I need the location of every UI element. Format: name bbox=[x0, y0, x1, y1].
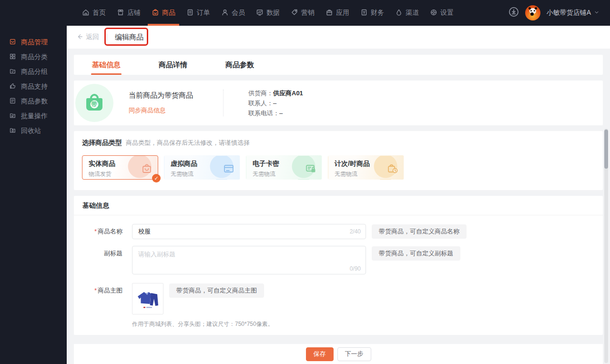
type-option-card-key[interactable]: 电子卡密 无需物流 bbox=[246, 155, 322, 180]
contact-row: 联系人：– bbox=[248, 98, 303, 108]
nav-item-product[interactable]: 商品 bbox=[151, 0, 176, 26]
sidebar-item-label: 回收站 bbox=[21, 127, 41, 135]
tab-product-detail[interactable]: 商品详情 bbox=[159, 55, 187, 75]
top-nav-items: 首页 店铺 商品 订单 会员 数据 营销 应用 bbox=[81, 0, 455, 26]
image-carry-goods-tag[interactable]: 带货商品，可自定义商品主图 bbox=[169, 283, 264, 298]
sidebar-item-goods-manage[interactable]: 商品管理 bbox=[0, 35, 67, 50]
tab-label: 基础信息 bbox=[92, 61, 121, 70]
member-icon bbox=[221, 9, 229, 18]
scrollbar-track[interactable] bbox=[604, 129, 608, 363]
carry-goods-title: 当前商品为带货商品 bbox=[129, 91, 223, 100]
sidebar-item-recycle[interactable]: 回收站 bbox=[0, 123, 67, 138]
marketing-icon bbox=[291, 9, 298, 18]
category-grid-icon bbox=[9, 53, 16, 61]
nav-item-apps[interactable]: 应用 bbox=[325, 0, 350, 26]
type-option-text: 电子卡密 无需物流 bbox=[253, 160, 279, 179]
goods-manage-icon bbox=[9, 38, 16, 47]
data-icon bbox=[256, 9, 264, 18]
nav-label: 财务 bbox=[371, 9, 384, 17]
subtitle-carry-goods-tag[interactable]: 带货商品，可自定义副标题 bbox=[372, 246, 460, 261]
main-image-field-wrap bbox=[132, 283, 163, 314]
next-step-button[interactable]: 下一步 bbox=[337, 347, 371, 361]
main-image-row: *商品主图 带货商品，可自定义商品主图 bbox=[74, 283, 603, 314]
bag-clock-icon bbox=[386, 162, 399, 177]
sync-product-link[interactable]: 同步商品信息 bbox=[129, 106, 166, 115]
type-section-title: 选择商品类型 bbox=[82, 139, 122, 147]
nav-item-channel[interactable]: 渠道 bbox=[394, 0, 420, 26]
sidebar: 商品管理 商品分类 商品分组 商品支持 商品参数 批量操作 回收站 bbox=[0, 0, 67, 364]
nav-item-finance[interactable]: 财务 bbox=[359, 0, 385, 26]
main-content: 返回 编辑商品 基础信息 商品详情 商品参数 带 当前商品为带货商品 同步商品信… bbox=[67, 26, 610, 364]
nav-item-data[interactable]: 数据 bbox=[255, 0, 281, 26]
tab-basic-info[interactable]: 基础信息 bbox=[92, 55, 121, 75]
thumbs-up-icon bbox=[9, 82, 16, 91]
nav-label: 数据 bbox=[266, 9, 280, 17]
type-option-virtual[interactable]: 虚拟商品 无需物流 bbox=[164, 155, 240, 180]
subtitle-textarea[interactable] bbox=[132, 246, 366, 274]
main-image-hint: 作用于商城列表、分享头图；建议尺寸：750*750像素。 bbox=[132, 320, 603, 328]
nav-item-member[interactable]: 会员 bbox=[220, 0, 246, 26]
supplier-info-card: 带 当前商品为带货商品 同步商品信息 供货商：供应商A01 联系人：– 联系电话… bbox=[74, 81, 603, 125]
avatar[interactable] bbox=[525, 5, 540, 20]
nav-item-marketing[interactable]: 营销 bbox=[290, 0, 315, 26]
supplier-details: 供货商：供应商A01 联系人：– 联系电话：– bbox=[248, 88, 303, 118]
page-header: 返回 编辑商品 bbox=[67, 26, 610, 49]
product-name-input[interactable] bbox=[132, 224, 366, 239]
subtitle-row: 副标题 0/90 带货商品，可自定义副标题 bbox=[74, 246, 603, 276]
batch-folder-icon bbox=[9, 112, 16, 121]
basic-info-form: *商品名称 2/40 带货商品，可自定义商品名称 副标题 0/90 带货商品，可… bbox=[74, 215, 603, 328]
nav-label: 会员 bbox=[232, 9, 245, 17]
nav-item-home[interactable]: 首页 bbox=[81, 0, 107, 26]
required-star: * bbox=[94, 228, 97, 235]
supplier-row: 供货商：供应商A01 bbox=[248, 88, 303, 98]
subtitle-field-wrap: 0/90 bbox=[132, 246, 366, 276]
type-option-name: 虚拟商品 bbox=[171, 160, 197, 168]
tab-bar: 基础信息 商品详情 商品参数 bbox=[74, 55, 603, 75]
tab-product-params[interactable]: 商品参数 bbox=[225, 55, 254, 75]
card-lock-icon bbox=[305, 162, 317, 177]
order-icon bbox=[186, 9, 194, 18]
settings-icon bbox=[430, 9, 437, 18]
tab-label: 商品详情 bbox=[159, 61, 187, 70]
nav-label: 渠道 bbox=[406, 9, 419, 17]
name-carry-goods-tag[interactable]: 带货商品，可自定义商品名称 bbox=[372, 224, 467, 239]
nav-item-order[interactable]: 订单 bbox=[185, 0, 211, 26]
back-button[interactable]: 返回 bbox=[76, 33, 99, 41]
scrollbar-thumb[interactable] bbox=[604, 130, 608, 169]
sidebar-item-params[interactable]: 商品参数 bbox=[0, 94, 67, 109]
download-icon[interactable] bbox=[508, 7, 519, 19]
type-option-count-time[interactable]: 计次/时商品 无需物流 bbox=[328, 155, 404, 180]
store-switcher[interactable]: 小敏带货店铺A bbox=[547, 9, 600, 17]
required-star: * bbox=[94, 287, 97, 294]
shop-icon bbox=[117, 9, 124, 18]
type-option-physical[interactable]: 实体商品 物流发货 ✓ bbox=[82, 155, 158, 180]
save-button[interactable]: 保存 bbox=[306, 347, 334, 361]
tab-label: 商品参数 bbox=[225, 61, 254, 70]
product-name-field-wrap: 2/40 bbox=[132, 224, 366, 239]
finance-icon bbox=[360, 9, 368, 18]
back-label: 返回 bbox=[86, 33, 99, 41]
top-navbar: 首页 店铺 商品 订单 会员 数据 营销 应用 bbox=[0, 0, 610, 26]
contact-label: 联系人： bbox=[248, 100, 273, 107]
type-section-header: 选择商品类型 商品类型，商品保存后无法修改，请谨慎选择 bbox=[82, 139, 595, 147]
supplier-label: 供货商： bbox=[248, 90, 273, 97]
basic-info-title: 基础信息 bbox=[74, 196, 603, 215]
nav-item-settings[interactable]: 设置 bbox=[429, 0, 455, 26]
nav-item-shop[interactable]: 店铺 bbox=[116, 0, 142, 26]
sidebar-item-batch[interactable]: 批量操作 bbox=[0, 109, 67, 123]
type-section-hint: 商品类型，商品保存后无法修改，请谨慎选择 bbox=[126, 139, 250, 147]
top-nav-right: 小敏带货店铺A bbox=[508, 0, 600, 26]
type-option-text: 计次/时商品 无需物流 bbox=[335, 160, 370, 179]
nav-label: 应用 bbox=[336, 9, 349, 17]
apps-icon bbox=[325, 9, 333, 18]
sidebar-item-label: 商品分类 bbox=[21, 53, 48, 61]
sidebar-item-category[interactable]: 商品分类 bbox=[0, 50, 67, 64]
sidebar-item-group[interactable]: 商品分组 bbox=[0, 64, 67, 79]
nav-label: 订单 bbox=[197, 9, 210, 17]
phone-label: 联系电话： bbox=[248, 110, 279, 117]
basic-info-section: 基础信息 *商品名称 2/40 带货商品，可自定义商品名称 副标题 0/90 带… bbox=[74, 196, 603, 335]
type-options: 实体商品 物流发货 ✓ 虚拟商品 无需物流 电子卡密 无需物流 bbox=[82, 155, 595, 180]
product-main-image[interactable] bbox=[132, 283, 163, 314]
sidebar-item-support[interactable]: 商品支持 bbox=[0, 79, 67, 94]
phone-value: – bbox=[279, 110, 283, 117]
